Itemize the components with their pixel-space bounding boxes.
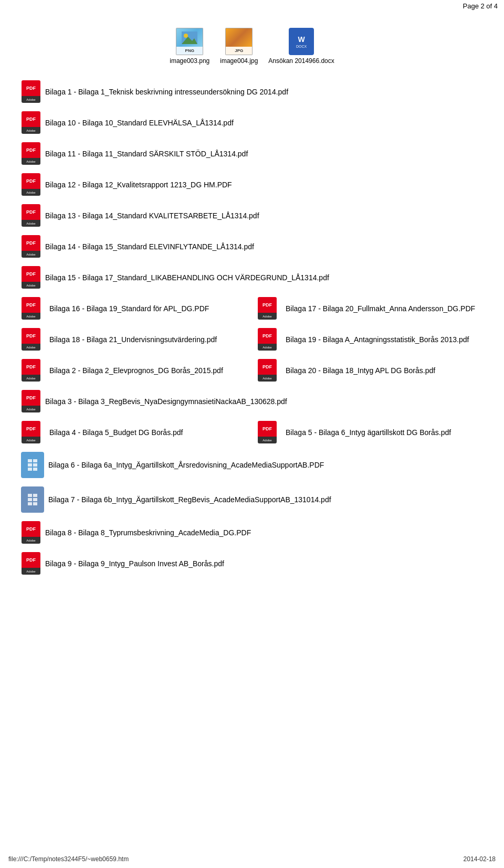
bilaga12-entry: PDF Adobe Bilaga 12 - Bilaga 12_Kvalitet… [21, 173, 483, 196]
bilaga8-entry: PDF Adobe Bilaga 8 - Bilaga 8_Typrumsbes… [21, 521, 483, 544]
docx-file-icon: W DOCX [289, 28, 314, 55]
page-header: Page 2 of 4 [0, 0, 504, 12]
bilaga8-icon[interactable]: PDF Adobe [21, 521, 41, 544]
bilaga4-label: Bilaga 4 - Bilaga 5_Budget DG Borås.pdf [49, 428, 183, 437]
top-icons-row: PNG image003.png JPG image004.jpg W DOCX [21, 23, 483, 65]
bilaga15-label: Bilaga 15 - Bilaga 17_Standard_LIKABEHAN… [45, 273, 329, 282]
bilaga19-item: PDF Adobe Bilaga 19 - Bilaga A_Antagning… [257, 328, 469, 351]
bilaga4-icon[interactable]: PDF Adobe [21, 421, 41, 443]
bilaga7-icon[interactable] [21, 486, 44, 513]
bilaga6-entry: Bilaga 6 - Bilaga 6a_Intyg_Ägartillskott… [21, 452, 483, 478]
jpg-file-icon: JPG [225, 28, 253, 55]
bilaga2-item: PDF Adobe Bilaga 2 - Bilaga 2_Elevprogno… [21, 359, 257, 382]
bilaga8-label: Bilaga 8 - Bilaga 8_Typrumsbeskrivning_A… [45, 528, 251, 537]
bilaga2-label: Bilaga 2 - Bilaga 2_Elevprognos_DG Borås… [49, 366, 223, 375]
main-content: PNG image003.png JPG image004.jpg W DOCX [0, 12, 504, 594]
page-footer: file:///C:/Temp/notes3244F5/~web0659.htm… [0, 855, 504, 863]
docx-w-letter: W [298, 35, 304, 44]
bilaga14-icon[interactable]: PDF Adobe [21, 235, 41, 258]
bilaga7-label: Bilaga 7 - Bilaga 6b_Intyg_Ägartillskott… [48, 495, 331, 504]
bilaga20-item: PDF Adobe Bilaga 20 - Bilaga 18_Intyg AP… [257, 359, 435, 382]
bilaga16-label: Bilaga 16 - Bilaga 19_Standard för APL_D… [49, 304, 209, 313]
bilaga5-icon[interactable]: PDF Adobe [257, 421, 277, 443]
bilaga18-label: Bilaga 18 - Bilaga 21_Undervisningsutvär… [49, 335, 217, 344]
bilaga13-icon[interactable]: PDF Adobe [21, 204, 41, 227]
bilaga18-item: PDF Adobe Bilaga 18 - Bilaga 21_Undervis… [21, 328, 257, 351]
bilaga13-label: Bilaga 13 - Bilaga 14_Standard KVALITETS… [45, 211, 259, 220]
bilaga3-icon[interactable]: PDF Adobe [21, 390, 41, 412]
bilaga18-icon[interactable]: PDF Adobe [21, 328, 41, 351]
image004-group: JPG image004.jpg [220, 28, 258, 65]
bilaga11-icon[interactable]: PDF Adobe [21, 142, 41, 165]
ansokan-icon[interactable]: W DOCX [289, 28, 314, 55]
bilaga1-icon[interactable]: PDF Adobe [21, 80, 41, 103]
bilaga16-item: PDF Adobe Bilaga 16 - Bilaga 19_Standard… [21, 297, 257, 320]
bilaga9-label: Bilaga 9 - Bilaga 9_Intyg_Paulson Invest… [45, 559, 224, 568]
image004-icon[interactable]: JPG [225, 28, 253, 55]
footer-date: 2014-02-18 [464, 855, 496, 863]
bilaga10-entry: PDF Adobe Bilaga 10 - Bilaga 10_Standard… [21, 111, 483, 134]
bilaga16-17-row: PDF Adobe Bilaga 16 - Bilaga 19_Standard… [21, 297, 483, 320]
bilaga6-label: Bilaga 6 - Bilaga 6a_Intyg_Ägartillskott… [48, 461, 324, 469]
bilaga19-icon[interactable]: PDF Adobe [257, 328, 277, 351]
bilaga5-item: PDF Adobe Bilaga 5 - Bilaga 6_Intyg ägar… [257, 421, 451, 443]
image003-label: image003.png [170, 57, 209, 65]
bilaga5-label: Bilaga 5 - Bilaga 6_Intyg ägartillskott … [286, 428, 451, 437]
bilaga3-entry: PDF Adobe Bilaga 3 - Bilaga 3_RegBevis_N… [21, 390, 483, 412]
png-label: PNG [176, 47, 203, 55]
bilaga17-item: PDF Adobe Bilaga 17 - Bilaga 20_Fullmakt… [257, 297, 475, 320]
bilaga13-entry: PDF Adobe Bilaga 13 - Bilaga 14_Standard… [21, 204, 483, 227]
bilaga20-icon[interactable]: PDF Adobe [257, 359, 277, 382]
bilaga17-icon[interactable]: PDF Adobe [257, 297, 277, 320]
bilaga2-20-row: PDF Adobe Bilaga 2 - Bilaga 2_Elevprogno… [21, 359, 483, 382]
bilaga17-label: Bilaga 17 - Bilaga 20_Fullmakt_Anna Ande… [286, 304, 475, 313]
png-file-icon: PNG [176, 28, 203, 55]
bilaga9-icon[interactable]: PDF Adobe [21, 552, 41, 575]
bilaga12-icon[interactable]: PDF Adobe [21, 173, 41, 196]
page-info: Page 2 of 4 [463, 2, 498, 10]
bilaga18-19-row: PDF Adobe Bilaga 18 - Bilaga 21_Undervis… [21, 328, 483, 351]
image003-icon[interactable]: PNG [176, 28, 203, 55]
bilaga4-5-row: PDF Adobe Bilaga 4 - Bilaga 5_Budget DG … [21, 421, 483, 443]
bilaga7-entry: Bilaga 7 - Bilaga 6b_Intyg_Ägartillskott… [21, 486, 483, 513]
bilaga10-icon[interactable]: PDF Adobe [21, 111, 41, 134]
bilaga16-icon[interactable]: PDF Adobe [21, 297, 41, 320]
bilaga9-entry: PDF Adobe Bilaga 9 - Bilaga 9_Intyg_Paul… [21, 552, 483, 575]
ansokan-label: Ansökan 2014966.docx [268, 57, 334, 65]
footer-filepath: file:///C:/Temp/notes3244F5/~web0659.htm [8, 855, 129, 863]
bilaga11-entry: PDF Adobe Bilaga 11 - Bilaga 11_Standard… [21, 142, 483, 165]
bilaga6-icon[interactable] [21, 452, 44, 478]
bilaga1-label: Bilaga 1 - Bilaga 1_Teknisk beskrivning … [45, 88, 288, 96]
bilaga1-entry: PDF Adobe Bilaga 1 - Bilaga 1_Teknisk be… [21, 80, 483, 103]
bilaga12-label: Bilaga 12 - Bilaga 12_Kvalitetsrapport 1… [45, 181, 232, 189]
bilaga10-label: Bilaga 10 - Bilaga 10_Standard ELEVHÄLSA… [45, 119, 234, 127]
bilaga15-entry: PDF Adobe Bilaga 15 - Bilaga 17_Standard… [21, 266, 483, 289]
docx-type: DOCX [296, 45, 307, 48]
bilaga15-icon[interactable]: PDF Adobe [21, 266, 41, 289]
image003-group: PNG image003.png [170, 28, 209, 65]
png-preview [176, 28, 203, 47]
image004-label: image004.jpg [220, 57, 258, 65]
bilaga2-icon[interactable]: PDF Adobe [21, 359, 41, 382]
ansokan-group: W DOCX Ansökan 2014966.docx [268, 28, 334, 65]
bilaga20-label: Bilaga 20 - Bilaga 18_Intyg APL DG Borås… [286, 366, 435, 375]
bilaga4-item: PDF Adobe Bilaga 4 - Bilaga 5_Budget DG … [21, 421, 257, 443]
bilaga19-label: Bilaga 19 - Bilaga A_Antagningsstatistik… [286, 335, 469, 344]
svg-point-1 [184, 34, 188, 38]
bilaga14-entry: PDF Adobe Bilaga 14 - Bilaga 15_Standard… [21, 235, 483, 258]
jpg-label: JPG [225, 47, 253, 55]
bilaga11-label: Bilaga 11 - Bilaga 11_Standard SÄRSKILT … [45, 150, 248, 158]
bilaga14-label: Bilaga 14 - Bilaga 15_Standard ELEVINFLY… [45, 242, 254, 251]
jpg-preview [225, 28, 253, 47]
bilaga3-label: Bilaga 3 - Bilaga 3_RegBevis_NyaDesigngy… [45, 397, 287, 406]
